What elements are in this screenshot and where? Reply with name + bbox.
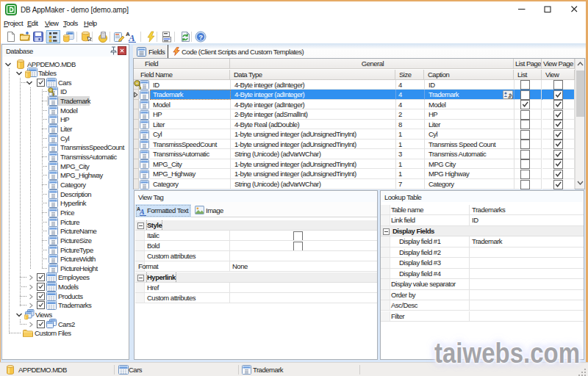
svg-text:A: A xyxy=(128,32,135,43)
svg-text:A: A xyxy=(139,208,145,216)
svg-text:?: ? xyxy=(198,33,203,41)
svg-text:あ: あ xyxy=(508,93,513,99)
